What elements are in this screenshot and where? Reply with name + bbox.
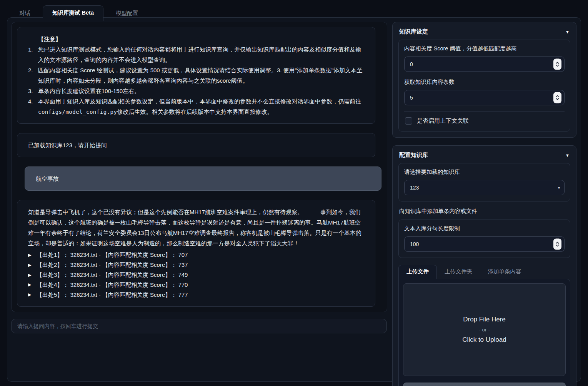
expand-icon[interactable]: ▶	[28, 261, 37, 269]
notice-item-2: 2. 匹配内容相关度 Score 经测试，建议设置为 500 或更低，具体设置情…	[28, 65, 364, 86]
collapse-icon[interactable]: ▼	[565, 153, 570, 158]
kb-settings-accordion: 知识库设定 ▼ 内容相关度 Score 阈值，分值越低匹配度越高 获取知识库内容…	[392, 22, 576, 138]
chat-column: 【注意】 1. 您已进入知识库测试模式，您输入的任何对话内容都将用于进行知识库查…	[12, 22, 387, 377]
drop-file-here-text: Drop File Here	[463, 316, 506, 323]
tab-model-config[interactable]: 模型配置	[110, 6, 144, 21]
source-text: 【出处1】： 326234.txt - 【内容匹配相关度 Score】： 707	[37, 250, 188, 260]
tab-kb-test[interactable]: 知识库测试 Beta	[43, 5, 103, 21]
bot-message-kb-loaded: 已加载知识库123，请开始提问	[17, 133, 375, 157]
drop-or-text: - or -	[479, 327, 490, 333]
notice-item-1: 1. 您已进入知识库测试模式，您输入的任何对话内容都将用于进行知识库查询，并仅输…	[28, 44, 364, 65]
kb-config-accordion: 配置知识库 ▼ 请选择要加载的知识库 123 ▾ 向知识库中添加单条内容或文件 …	[392, 145, 576, 386]
context-link-checkbox[interactable]	[405, 117, 412, 125]
tab-upload-file[interactable]: 上传文件	[398, 265, 437, 279]
sentence-length-label: 文本入库分句长度限制	[404, 225, 565, 232]
notice-message: 【注意】 1. 您已进入知识库测试模式，您输入的任何对话内容都将用于进行知识库查…	[17, 27, 375, 124]
kb-test-panel: 【注意】 1. 您已进入知识库测试模式，您输入的任何对话内容都将用于进行知识库查…	[7, 17, 581, 382]
source-text: 【出处3】： 326234.txt - 【内容匹配相关度 Score】： 749	[37, 270, 188, 280]
number-spinner[interactable]	[553, 59, 561, 70]
kb-config-header[interactable]: 配置知识库 ▼	[398, 150, 570, 163]
kb-select-label: 请选择要加载的知识库	[404, 168, 565, 176]
topk-input[interactable]	[404, 90, 565, 105]
click-to-upload-text: Click to Upload	[462, 336, 506, 344]
sentence-length-input[interactable]	[404, 236, 565, 252]
notice-item-4: 4. 本界面用于知识入库及知识匹配相关参数设定，但当前版本中，本界面中修改的参数…	[28, 96, 364, 117]
user-message: 航空事故	[25, 166, 381, 191]
number-spinner[interactable]	[553, 239, 561, 250]
number-spinner[interactable]	[553, 92, 561, 103]
source-text: 【出处4】： 326234.txt - 【内容匹配相关度 Score】： 770	[37, 280, 188, 290]
upload-tab-bar: 上传文件 上传文件夹 添加单条内容	[398, 265, 570, 279]
upload-and-load-kb-button[interactable]: 上传文件并加载知识库	[403, 383, 566, 386]
source-row-1[interactable]: ▶ 【出处1】： 326234.txt - 【内容匹配相关度 Score】： 7…	[28, 250, 364, 260]
collapse-icon[interactable]: ▼	[565, 30, 570, 34]
notice-title: 【注意】	[28, 34, 364, 44]
source-list: ▶ 【出处1】： 326234.txt - 【内容匹配相关度 Score】： 7…	[28, 250, 364, 300]
kb-settings-group: 内容相关度 Score 阈值，分值越低匹配度越高 获取知识库内容条数	[398, 40, 570, 131]
kb-select-dropdown[interactable]: 123	[404, 180, 565, 195]
chevron-down-icon: ▾	[558, 186, 560, 190]
upload-file-tab-content: Drop File Here - or - Click to Upload 上传…	[398, 279, 570, 386]
tab-dialogue[interactable]: 对话	[13, 6, 37, 21]
expand-icon[interactable]: ▶	[28, 271, 37, 279]
kb-settings-title: 知识库设定	[399, 28, 428, 35]
tab-add-single-content[interactable]: 添加单条内容	[480, 265, 529, 279]
main-tab-bar: 对话 知识库测试 Beta 模型配置	[0, 0, 588, 21]
expand-icon[interactable]: ▶	[28, 291, 37, 298]
source-text: 【出处5】： 326234.txt - 【内容匹配相关度 Score】： 777	[37, 290, 188, 300]
kb-config-title: 配置知识库	[399, 151, 428, 159]
answer-text: 知道是导弹击中飞机了，这个已没有异议；但是这个先例能否在MH17航班空难案件审理…	[28, 207, 364, 248]
context-link-label: 是否启用上下文关联	[417, 117, 469, 125]
score-threshold-input[interactable]	[404, 57, 565, 72]
expand-icon[interactable]: ▶	[28, 251, 37, 259]
notice-item-3: 3. 单条内容长度建议设置在100-150左右。	[28, 86, 364, 96]
add-content-section-label: 向知识库中添加单条内容或文件	[399, 208, 570, 215]
kb-settings-header[interactable]: 知识库设定 ▼	[398, 27, 570, 40]
source-text: 【出处2】： 326234.txt - 【内容匹配相关度 Score】： 737	[37, 260, 188, 270]
sentence-length-group: 文本入库分句长度限制	[398, 220, 570, 258]
tab-upload-folder[interactable]: 上传文件夹	[437, 265, 480, 279]
source-row-2[interactable]: ▶ 【出处2】： 326234.txt - 【内容匹配相关度 Score】： 7…	[28, 260, 364, 270]
expand-icon[interactable]: ▶	[28, 281, 37, 288]
source-row-5[interactable]: ▶ 【出处5】： 326234.txt - 【内容匹配相关度 Score】： 7…	[28, 290, 364, 300]
source-row-3[interactable]: ▶ 【出处3】： 326234.txt - 【内容匹配相关度 Score】： 7…	[28, 270, 364, 280]
file-drop-area[interactable]: Drop File Here - or - Click to Upload	[403, 283, 566, 376]
question-input[interactable]	[12, 319, 386, 333]
settings-column: 知识库设定 ▼ 内容相关度 Score 阈值，分值越低匹配度越高 获取知识库内容…	[392, 22, 576, 377]
kb-select-group: 请选择要加载的知识库 123 ▾	[398, 163, 570, 201]
score-threshold-label: 内容相关度 Score 阈值，分值越低匹配度越高	[404, 45, 565, 52]
topk-label: 获取知识库内容条数	[404, 78, 565, 86]
bot-answer-message: 知道是导弹击中飞机了，这个已没有异议；但是这个先例能否在MH17航班空难案件审理…	[17, 200, 375, 307]
chatbot-window: 【注意】 1. 您已进入知识库测试模式，您输入的任何对话内容都将用于进行知识库查…	[12, 22, 387, 312]
config-file-path: configs/model_config.py	[38, 109, 117, 115]
source-row-4[interactable]: ▶ 【出处4】： 326234.txt - 【内容匹配相关度 Score】： 7…	[28, 280, 364, 290]
context-link-checkbox-row[interactable]: 是否启用上下文关联	[404, 111, 565, 125]
